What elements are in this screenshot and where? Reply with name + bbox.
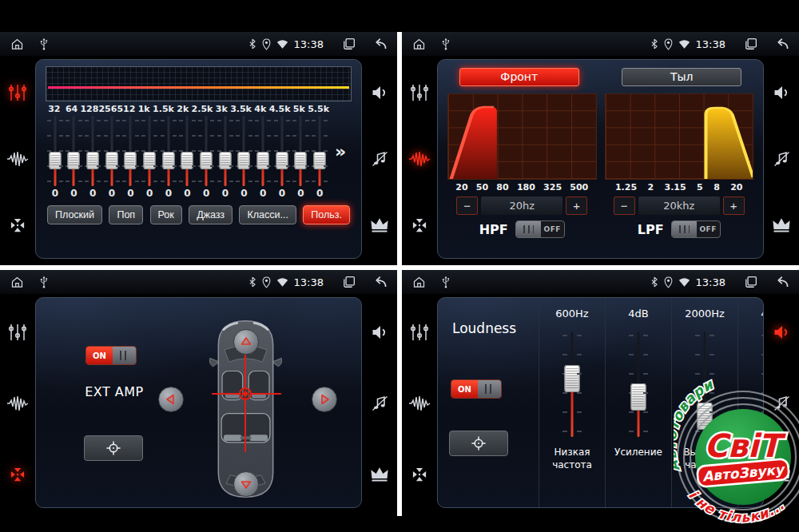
preset-jazz-button[interactable]: Джазз (189, 205, 233, 224)
tab-rear[interactable]: Тыл (622, 68, 741, 86)
recents-icon[interactable] (342, 276, 356, 288)
lpf-minus-button[interactable]: − (614, 197, 635, 215)
lpf-toggle[interactable]: OFF (671, 220, 721, 238)
slider-thumb[interactable] (144, 152, 156, 169)
slider-thumb[interactable] (105, 152, 117, 169)
eq-band-slider[interactable] (197, 114, 216, 188)
loudness-column-low-freq: 600Hz Низкая частота (539, 298, 605, 507)
eq-band-slider[interactable] (310, 114, 329, 188)
music-mute-icon[interactable] (367, 391, 392, 416)
loudness-toggle[interactable]: ON (451, 379, 502, 399)
eq-band-slider[interactable] (216, 114, 235, 188)
slider-thumb[interactable] (276, 152, 288, 169)
center-position-button[interactable] (84, 435, 143, 461)
chevron-double-right[interactable]: » (329, 141, 352, 161)
tab-front[interactable]: Фронт (459, 68, 579, 86)
eq-band-slider[interactable] (140, 114, 159, 188)
equalizer-icon[interactable] (5, 80, 30, 105)
eq-band-slider[interactable] (65, 114, 84, 188)
home-icon[interactable] (411, 276, 427, 289)
slider-thumb[interactable] (162, 152, 174, 169)
eq-value-labels: 0 0 0 0 0 0 0 0 0 0 0 0 0 0 0 (46, 188, 352, 200)
fader-rear-button[interactable] (233, 471, 259, 497)
recents-icon[interactable] (342, 38, 356, 50)
preset-pop-button[interactable]: Поп (109, 205, 143, 224)
eq-band-slider[interactable] (292, 114, 311, 188)
slider-thumb[interactable] (314, 152, 326, 169)
slider-thumb[interactable] (565, 365, 580, 392)
eq-band-slider[interactable] (46, 114, 65, 188)
low-freq-slider[interactable] (562, 332, 582, 437)
crown-icon[interactable] (769, 212, 794, 238)
balance-right-button[interactable] (312, 387, 337, 412)
waveform-icon[interactable] (407, 391, 432, 416)
back-icon[interactable] (372, 38, 388, 50)
lpf-plus-button[interactable]: + (723, 197, 745, 215)
home-icon[interactable] (411, 38, 427, 51)
equalizer-icon[interactable] (407, 320, 432, 345)
slider-thumb[interactable] (181, 152, 193, 169)
eq-band-slider[interactable] (272, 114, 292, 188)
crown-icon[interactable] (367, 212, 392, 238)
equalizer-icon[interactable] (407, 80, 432, 105)
preset-flat-button[interactable]: Плоский (47, 205, 102, 224)
equalizer-icon[interactable] (5, 320, 30, 345)
slider-thumb[interactable] (125, 152, 137, 169)
back-icon[interactable] (372, 276, 388, 288)
hpf-minus-button[interactable]: − (456, 197, 478, 215)
speaker-icon[interactable] (367, 320, 392, 345)
eq-band-slider[interactable] (253, 114, 272, 188)
wifi-icon (678, 277, 690, 287)
crown-icon[interactable] (367, 462, 392, 487)
balance-fader-icon[interactable] (5, 462, 30, 487)
hpf-toggle[interactable]: OFF (515, 220, 565, 238)
balance-left-button[interactable] (158, 387, 184, 412)
back-icon[interactable] (774, 38, 789, 50)
eq-band-slider[interactable] (83, 114, 102, 188)
home-icon[interactable] (10, 276, 25, 289)
speaker-icon[interactable] (769, 80, 794, 105)
music-mute-icon[interactable] (367, 146, 392, 172)
speaker-icon[interactable] (367, 80, 392, 105)
location-icon (664, 276, 673, 288)
waveform-icon[interactable] (5, 391, 30, 416)
slider-thumb[interactable] (49, 152, 61, 169)
eq-band-slider[interactable] (178, 114, 197, 188)
music-mute-icon[interactable] (769, 146, 794, 172)
eq-band-slider[interactable] (235, 114, 254, 188)
toggle-state: OFF (697, 221, 720, 237)
back-icon[interactable] (774, 276, 789, 288)
slider-thumb[interactable] (257, 152, 269, 169)
ext-amp-toggle[interactable]: ON (85, 346, 137, 365)
eq-presets: Плоский Поп Рок Джазз Класси... Польз. (47, 205, 350, 224)
eq-freq-label: 256 (98, 104, 117, 114)
eq-band-slider[interactable] (159, 114, 178, 188)
recents-icon[interactable] (744, 38, 757, 50)
slider-thumb[interactable] (87, 152, 99, 169)
preset-rock-button[interactable]: Рок (150, 205, 182, 224)
recents-icon[interactable] (744, 276, 757, 288)
slider-thumb[interactable] (238, 152, 250, 169)
fader-front-button[interactable] (233, 329, 259, 355)
slider-thumb[interactable] (201, 152, 213, 169)
slider-thumb[interactable] (295, 152, 307, 169)
waveform-icon[interactable] (407, 146, 432, 172)
home-icon[interactable] (10, 38, 25, 51)
eq-freq-label: 128 (80, 104, 98, 114)
waveform-icon[interactable] (5, 146, 30, 172)
slider-thumb[interactable] (68, 152, 80, 169)
balance-fader-icon[interactable] (407, 212, 432, 238)
slider-thumb[interactable] (631, 383, 646, 411)
balance-fader-icon[interactable] (407, 462, 432, 487)
speaker-icon[interactable] (769, 320, 794, 345)
slider-thumb[interactable] (219, 152, 231, 169)
bluetooth-icon (248, 276, 256, 288)
preset-custom-button[interactable]: Польз. (303, 205, 350, 224)
low-gain-slider[interactable] (628, 332, 649, 437)
balance-fader-icon[interactable] (5, 212, 30, 238)
eq-band-slider[interactable] (102, 114, 121, 188)
preset-classic-button[interactable]: Класси... (239, 205, 296, 224)
eq-band-slider[interactable] (121, 114, 141, 188)
hpf-plus-button[interactable]: + (566, 197, 587, 215)
reset-position-button[interactable] (449, 431, 508, 456)
